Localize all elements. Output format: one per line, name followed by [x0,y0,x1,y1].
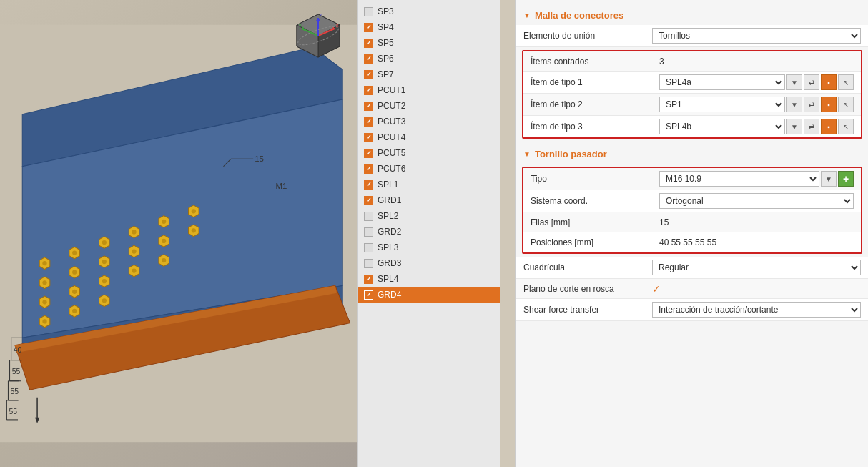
checkbox-grd1[interactable] [364,196,373,205]
frame-icon[interactable]: ▪ [821,74,837,90]
list-item[interactable]: SPL2 [358,208,500,224]
list-item[interactable]: SPL1 [358,177,500,192]
left-panel: x y z [0,0,515,467]
plano-corte-check: ✓ [652,283,861,295]
item-tipo1-label: Ítem de tipo 1 [531,77,659,87]
checkbox-spl1[interactable] [364,180,373,190]
viewport: x y z [0,0,357,467]
svg-text:M1: M1 [275,182,287,190]
list-item[interactable]: SP7 [358,67,500,82]
right-panel: ▼ Malla de conectores Elemento de unión … [515,0,868,467]
svg-text:15: 15 [255,155,264,164]
swap-icon2[interactable]: ⇄ [804,97,819,112]
list-item[interactable]: PCUT5 [358,145,500,161]
cuadricula-label: Cuadrícula [523,262,652,272]
swap-icon3[interactable]: ⇄ [804,119,819,134]
svg-text:55: 55 [9,408,18,416]
list-item[interactable]: SPL4 [358,271,500,287]
frame-icon3[interactable]: ▪ [821,119,837,134]
list-item[interactable]: PCUT3 [358,114,500,129]
checkbox-sp3[interactable] [364,7,373,16]
cursor-icon3[interactable]: ↖ [838,119,854,134]
sistema-coord-select[interactable]: Ortogonal [659,193,854,209]
svg-point-55 [42,319,46,323]
list-item[interactable]: SP4 [358,19,500,35]
list-item[interactable]: GRD2 [358,224,500,240]
checkbox-pcut6[interactable] [364,164,373,174]
list-item[interactable]: SP5 [358,35,500,51]
checkbox-sp5[interactable] [364,39,373,48]
svg-point-29 [162,220,166,224]
beam-3d-view: 15 M1 40 55 55 55 [0,0,357,467]
list-item[interactable]: GRD1 [358,192,500,208]
checkbox-grd3[interactable] [364,259,373,268]
list-item[interactable]: SP6 [358,51,500,67]
navigation-cube[interactable]: x y z [293,11,343,61]
sistema-coord-dropdown[interactable]: Ortogonal [659,193,854,209]
checkbox-sp6[interactable] [364,54,373,64]
checkbox-sp4[interactable] [364,23,373,32]
cuadricula-dropdown[interactable]: Regular [652,260,861,275]
item-tipo1-select[interactable]: SPL4a [659,74,785,90]
section-malla-title: Malla de conectores [535,10,623,21]
cursor-icon[interactable]: ↖ [838,74,854,90]
list-item-grd4[interactable]: GRD4 [358,287,500,303]
checkbox-pcut2[interactable] [364,102,373,111]
svg-text:y: y [299,23,302,29]
checkbox-sp7[interactable] [364,70,373,79]
item-label-pcut5: PCUT5 [378,148,405,158]
arrow-down-icon[interactable]: ▼ [786,74,802,90]
checkbox-spl4[interactable] [364,275,373,284]
item-tipo2-select[interactable]: SP1 [659,97,785,112]
list-item[interactable]: GRD3 [358,255,500,271]
checkbox-grd2[interactable] [364,227,373,237]
checkbox-pcut1[interactable] [364,86,373,95]
item-label-sp3: SP3 [378,6,394,16]
checkbox-pcut4[interactable] [364,133,373,142]
svg-point-57 [72,309,77,313]
tipo-select[interactable]: M16 10.9 [659,171,819,187]
checkbox-pcut5[interactable] [364,149,373,158]
cuadricula-select[interactable]: Regular [652,260,861,275]
item-tipo3-dropdown[interactable]: SPL4b ▼ ⇄ ▪ ↖ [659,119,854,134]
item-label-grd1: GRD1 [378,195,401,205]
list-item[interactable]: PCUT4 [358,129,500,145]
item-label-pcut6: PCUT6 [378,164,405,174]
list-item[interactable]: SPL3 [358,240,500,255]
frame-icon2[interactable]: ▪ [821,97,837,112]
add-tipo-button[interactable]: + [838,171,854,187]
arrow-down-icon3[interactable]: ▼ [786,119,802,134]
dropdown-arrow-tipo[interactable]: ▼ [821,171,837,187]
svg-text:55: 55 [11,388,19,396]
checkbox-pcut3[interactable] [364,117,373,127]
swap-icon[interactable]: ⇄ [804,74,819,90]
shear-force-dropdown[interactable]: Interacción de tracción/cortante [652,302,861,318]
section-tornillo-title: Tornillo pasador [535,149,607,159]
tipo-label: Tipo [531,174,659,184]
svg-point-45 [42,300,46,304]
checkbox-grd4[interactable] [364,290,373,300]
item-tipo2-row: Ítem de tipo 2 SP1 ▼ ⇄ ▪ ↖ [523,94,861,116]
cursor-icon2[interactable]: ↖ [838,97,854,112]
item-tipo1-dropdown[interactable]: SPL4a ▼ ⇄ ▪ ↖ [659,74,854,90]
component-list: SP3 SP4 SP5 SP6 SP7 PCUT1 PCUT2 PCUT3 [357,0,500,467]
item-label-pcut3: PCUT3 [378,117,405,127]
tipo-row: Tipo M16 10.9 ▼ + [523,168,861,190]
shear-force-select[interactable]: Interacción de tracción/cortante [652,302,861,318]
elemento-union-select[interactable]: Tornillos [652,28,861,44]
elemento-union-dropdown[interactable]: Tornillos [652,28,861,44]
list-item[interactable]: PCUT2 [358,98,500,114]
checkbox-spl3[interactable] [364,243,373,252]
list-item[interactable]: PCUT1 [358,82,500,98]
arrow-down-icon2[interactable]: ▼ [786,97,802,112]
item-tipo2-dropdown[interactable]: SP1 ▼ ⇄ ▪ ↖ [659,97,854,112]
section-triangle-icon2: ▼ [523,150,531,158]
svg-point-43 [192,228,196,232]
item-label-pcut4: PCUT4 [378,132,405,142]
item-label-sp6: SP6 [378,54,394,64]
list-item[interactable]: PCUT6 [358,161,500,177]
checkbox-spl2[interactable] [364,212,373,221]
list-item[interactable]: SP3 [358,4,500,19]
tipo-dropdown[interactable]: M16 10.9 ▼ + [659,171,854,187]
item-tipo3-select[interactable]: SPL4b [659,119,785,134]
